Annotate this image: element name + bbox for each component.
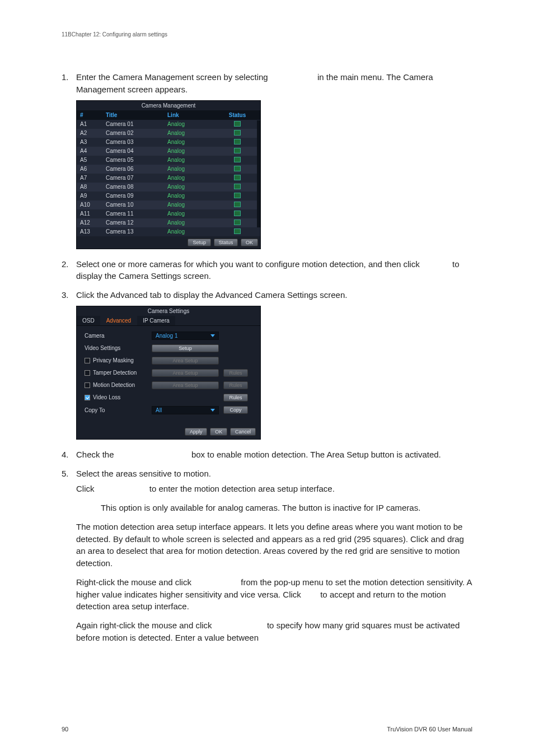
cm-cell-status: [214, 156, 260, 165]
cs-video-loss-rules-button[interactable]: Rules: [223, 394, 248, 402]
cm-cell-link: Analog: [164, 200, 214, 209]
cm-cell-title: Camera 05: [102, 156, 164, 165]
step-4-num: 4.: [62, 449, 76, 461]
cs-tabs: OSD Advanced IP Camera: [77, 316, 260, 326]
cm-cell-title: Camera 10: [102, 200, 164, 209]
cs-motion-rules-button[interactable]: Rules: [223, 381, 248, 389]
cs-camera-dropdown[interactable]: Analog 1: [152, 332, 219, 340]
cm-cell-link: Analog: [164, 174, 214, 183]
cm-cell-status: [214, 218, 260, 227]
table-row[interactable]: A4Camera 04Analog: [77, 147, 260, 156]
cm-setup-button[interactable]: Setup: [188, 239, 211, 246]
cs-tamper-checkbox[interactable]: [85, 370, 90, 376]
cs-label-tamper: Tamper Detection: [85, 370, 152, 376]
step-5: 5. Select the areas sensitive to motion.: [62, 468, 472, 480]
p-click-b: to enter the motion detection area setup…: [149, 484, 335, 493]
page-footer: 90 TruVision DVR 60 User Manual: [62, 726, 472, 732]
table-row[interactable]: A9Camera 09Analog: [77, 192, 260, 200]
step-4-text-a: Check the: [76, 450, 116, 459]
camera-status-icon: [234, 139, 241, 144]
cs-privacy-text: Privacy Masking: [93, 357, 134, 363]
cm-cell-title: Camera 04: [102, 147, 164, 156]
table-row[interactable]: A5Camera 05Analog: [77, 156, 260, 165]
cs-tab-ip[interactable]: IP Camera: [137, 316, 175, 325]
cs-cancel-button[interactable]: Cancel: [230, 428, 256, 436]
cm-col-status: Status: [214, 110, 260, 120]
step-2-text-a: Select one or more cameras for which you…: [76, 259, 422, 269]
table-row[interactable]: A7Camera 07Analog: [77, 174, 260, 183]
table-row[interactable]: A12Camera 12Analog: [77, 218, 260, 227]
cm-cell-title: Camera 06: [102, 165, 164, 174]
camera-status-icon: [234, 157, 241, 162]
cs-video-setup-button[interactable]: Setup: [152, 344, 219, 352]
cs-tamper-area-button[interactable]: Area Setup: [152, 369, 219, 377]
cs-tab-advanced[interactable]: Advanced: [101, 316, 137, 325]
cm-cell-status: [214, 209, 260, 218]
cm-cell-title: Camera 08: [102, 183, 164, 192]
cs-tamper-text: Tamper Detection: [93, 370, 137, 376]
cm-cell-title: Camera 11: [102, 209, 164, 218]
table-row[interactable]: A11Camera 11Analog: [77, 209, 260, 218]
table-row[interactable]: A10Camera 10Analog: [77, 200, 260, 209]
cm-cell-id: A12: [77, 218, 102, 227]
camera-status-icon: [234, 175, 241, 180]
cm-cell-title: Camera 09: [102, 192, 164, 200]
p-right-a: Right-click the mouse and click: [76, 577, 194, 587]
table-row[interactable]: A6Camera 06Analog: [77, 165, 260, 174]
p-click: Click to enter the motion detection area…: [76, 483, 472, 495]
cm-ok-button[interactable]: OK: [241, 239, 258, 246]
p-again-a: Again right-click the mouse and click: [76, 620, 214, 630]
cs-motion-area-button[interactable]: Area Setup: [152, 381, 219, 389]
cm-col-num: #: [77, 110, 102, 120]
cs-tamper-rules-button[interactable]: Rules: [223, 369, 248, 377]
cm-cell-title: Camera 02: [102, 129, 164, 138]
chevron-down-icon: [210, 409, 215, 412]
camera-status-icon: [234, 211, 241, 216]
cm-cell-status: [214, 227, 260, 236]
cs-tab-osd[interactable]: OSD: [77, 316, 100, 325]
step-3-text: Click the Advanced tab to display the Ad…: [76, 289, 472, 301]
cs-apply-button[interactable]: Apply: [185, 428, 208, 436]
cs-video-loss-checkbox[interactable]: [85, 395, 90, 400]
cs-privacy-area-button[interactable]: Area Setup: [152, 357, 219, 365]
cm-cell-status: [214, 147, 260, 156]
cm-cell-status: [214, 138, 260, 147]
step-2-num: 2.: [62, 258, 76, 283]
cs-camera-value: Analog 1: [156, 333, 177, 339]
cm-cell-id: A6: [77, 165, 102, 174]
table-row[interactable]: A1Camera 01Analog: [77, 120, 260, 129]
camera-status-icon: [234, 148, 241, 153]
table-row[interactable]: A13Camera 13Analog: [77, 227, 260, 236]
step-4: 4. Check the box to enable motion detect…: [62, 449, 472, 461]
cm-cell-id: A4: [77, 147, 102, 156]
table-row[interactable]: A8Camera 08Analog: [77, 183, 260, 192]
p-again: Again right-click the mouse and click to…: [76, 619, 472, 644]
camera-status-icon: [234, 228, 241, 234]
cm-cell-id: A13: [77, 227, 102, 236]
cs-motion-checkbox[interactable]: [85, 382, 90, 388]
table-row[interactable]: A3Camera 03Analog: [77, 138, 260, 147]
cm-title: Camera Management: [77, 101, 260, 110]
cs-privacy-checkbox[interactable]: [85, 358, 90, 363]
cs-title: Camera Settings: [77, 306, 260, 316]
cm-cell-title: Camera 13: [102, 227, 164, 236]
cm-cell-id: A11: [77, 209, 102, 218]
camera-status-icon: [234, 121, 241, 127]
cm-cell-id: A1: [77, 120, 102, 129]
cm-col-title: Title: [102, 110, 164, 120]
running-header: 11BChapter 12: Configuring alarm setting…: [62, 31, 472, 38]
cm-cell-title: Camera 03: [102, 138, 164, 147]
step-1-text-a: Enter the Camera Management screen by se…: [76, 72, 270, 82]
cm-cell-id: A2: [77, 129, 102, 138]
camera-settings-screenshot: Camera Settings OSD Advanced IP Camera C…: [76, 306, 472, 440]
cm-cell-link: Analog: [164, 227, 214, 236]
cs-copy-dropdown[interactable]: All: [152, 406, 219, 414]
cm-status-button[interactable]: Status: [214, 239, 238, 246]
cs-footer: Apply OK Cancel: [77, 424, 260, 439]
cm-table: # Title Link Status A1Camera 01AnalogA2C…: [77, 110, 260, 236]
p-note-text: This option is only available for analog…: [101, 503, 420, 512]
cs-ok-button[interactable]: OK: [210, 428, 227, 436]
cm-cell-title: Camera 07: [102, 174, 164, 183]
table-row[interactable]: A2Camera 02Analog: [77, 129, 260, 138]
cs-copy-button[interactable]: Copy: [223, 406, 248, 414]
